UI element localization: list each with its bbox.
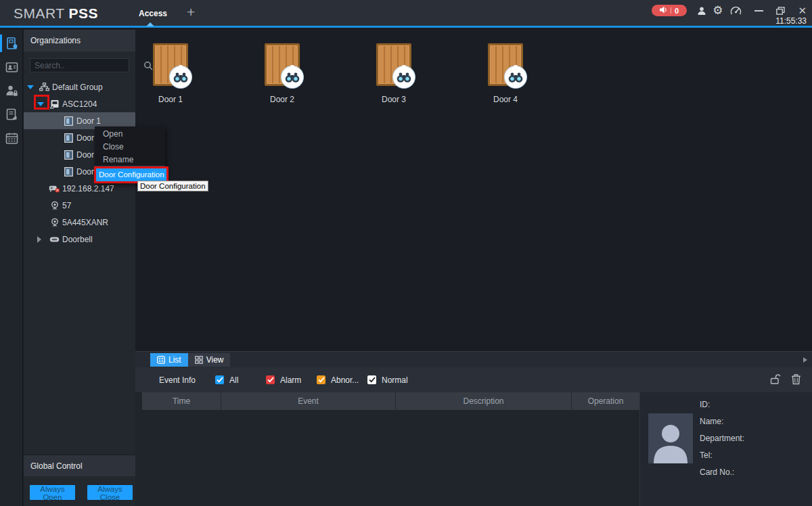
menu-item-door-configuration[interactable]: Door Configuration xyxy=(96,168,166,181)
add-tab-button[interactable]: + xyxy=(187,5,195,19)
alert-badge[interactable]: 0 xyxy=(652,5,687,16)
binoculars-monitor-icon xyxy=(505,66,526,88)
clear-events-trash-icon[interactable] xyxy=(791,373,801,387)
event-table-section: TimeEventDescriptionOperation ID:Name:De… xyxy=(135,392,812,506)
org-icon xyxy=(39,83,50,91)
speaker-icon xyxy=(660,6,667,16)
filter-label: Normal xyxy=(382,375,408,385)
always-open-button[interactable]: Always Open xyxy=(30,485,75,500)
person-field-tel-: Tel: xyxy=(700,447,744,464)
door-icon[interactable] xyxy=(488,43,523,86)
context-menu: OpenCloseRename Door Configuration xyxy=(95,127,165,183)
door-tile-3[interactable]: Door 3 xyxy=(367,43,421,104)
rail-schedule-icon[interactable] xyxy=(0,128,23,148)
tree-item-label: Doorbell xyxy=(62,235,93,244)
webcam-icon xyxy=(49,201,60,210)
search-icon[interactable] xyxy=(143,61,153,70)
column-header-description: Description xyxy=(396,392,572,410)
tab-access[interactable]: Access xyxy=(139,9,167,18)
tree-item-label: 192.168.2.147 xyxy=(62,184,114,193)
door-tile-4[interactable]: Door 4 xyxy=(478,43,533,104)
search-box[interactable] xyxy=(30,58,129,72)
door-icon[interactable] xyxy=(153,43,188,86)
organizations-panel: Organizations Default GroupASC1204Door 1… xyxy=(24,30,135,506)
column-header-operation: Operation xyxy=(572,392,639,410)
global-control-header: Global Control xyxy=(24,455,135,476)
door-icon xyxy=(63,133,74,143)
binoculars-monitor-icon xyxy=(393,66,415,88)
menu-item-close[interactable]: Close xyxy=(95,141,165,154)
person-field-card-no-: Card No.: xyxy=(700,464,744,481)
tab-list[interactable]: List xyxy=(150,353,188,367)
tree-item-doorbell[interactable]: Doorbell xyxy=(24,231,135,248)
module-rail xyxy=(0,30,23,506)
tree-item-label: Door 1 xyxy=(76,116,101,126)
main-area: Door 1Door 2Door 3Door 4 List View Event… xyxy=(135,30,812,506)
user-icon[interactable] xyxy=(697,6,706,16)
webcam-icon xyxy=(49,218,60,227)
checkbox[interactable] xyxy=(266,375,275,384)
tree-item-5a445xanr[interactable]: 5A445XANR xyxy=(24,214,135,231)
checkbox[interactable] xyxy=(215,375,224,384)
app-logo: SMART PSS xyxy=(14,5,98,22)
rail-access-manager-icon[interactable] xyxy=(0,33,23,53)
tab-view[interactable]: View xyxy=(188,353,231,367)
checkbox[interactable] xyxy=(317,375,325,384)
tree-item-label: 57 xyxy=(62,201,71,210)
rail-log-icon[interactable] xyxy=(0,104,23,124)
tree-item-default-group[interactable]: Default Group xyxy=(24,78,135,95)
clock: 11:55:33 xyxy=(775,16,807,26)
settings-gear-icon[interactable]: ⚙ xyxy=(713,3,723,18)
column-header-event: Event xyxy=(221,392,396,410)
logo-pss: PSS xyxy=(69,5,99,21)
minimize-button[interactable] xyxy=(754,10,763,12)
door-configuration-tooltip: Door Configuration xyxy=(137,181,208,191)
filter-abnor-: Abnor... xyxy=(317,375,367,385)
filter-label: Alarm xyxy=(280,375,301,385)
person-info-panel: ID:Name:Department:Tel:Card No.: xyxy=(639,392,812,506)
annotation-red-box-arrow xyxy=(34,95,49,110)
filter-label: All xyxy=(229,375,238,385)
avatar xyxy=(648,413,693,463)
door-icon xyxy=(63,116,74,126)
active-tab-notch xyxy=(146,22,154,26)
tree-item-label: Default Group xyxy=(52,83,103,92)
restore-button[interactable] xyxy=(776,7,785,15)
event-table: TimeEventDescriptionOperation xyxy=(142,392,639,410)
door-tile-label: Door 2 xyxy=(255,95,309,104)
doorbell-icon xyxy=(49,235,60,244)
checkbox[interactable] xyxy=(367,375,376,384)
door-icon xyxy=(63,150,74,160)
menu-item-rename[interactable]: Rename xyxy=(95,154,165,166)
close-button[interactable]: ✕ xyxy=(798,5,807,17)
performance-gauge-icon[interactable] xyxy=(730,6,742,16)
column-header-time: Time xyxy=(142,392,221,410)
filter-normal: Normal xyxy=(367,375,418,385)
collapse-arrow-icon[interactable] xyxy=(37,236,49,243)
search-input[interactable] xyxy=(30,61,143,70)
expand-arrow-icon[interactable] xyxy=(27,85,39,89)
expand-panel-arrow[interactable] xyxy=(803,357,807,363)
person-field-name-: Name: xyxy=(700,413,744,430)
binoculars-monitor-icon xyxy=(170,66,191,88)
door-icon[interactable] xyxy=(265,43,300,86)
menu-item-open[interactable]: Open xyxy=(95,128,165,141)
tree-item-57[interactable]: 57 xyxy=(24,197,135,214)
controller-icon xyxy=(49,99,60,109)
badge-divider xyxy=(671,7,671,14)
rail-user-permission-icon[interactable] xyxy=(0,80,23,101)
filter-alarm: Alarm xyxy=(266,375,317,385)
door-tile-2[interactable]: Door 2 xyxy=(255,43,309,104)
event-filter-bar: Event Info AllAlarmAbnor...Normal xyxy=(135,367,812,392)
door-icon[interactable] xyxy=(376,43,411,86)
door-tile-1[interactable]: Door 1 xyxy=(143,43,198,104)
logo-smart: SMART xyxy=(14,5,64,21)
event-info-label: Event Info xyxy=(159,375,215,385)
binoculars-monitor-icon xyxy=(281,66,303,88)
tree-item-label: 5A445XANR xyxy=(62,218,108,227)
alert-count: 0 xyxy=(675,7,679,15)
title-bar: SMART PSS Access + 0 ⚙ ✕ 11:55:33 xyxy=(0,0,812,28)
always-close-button[interactable]: Always Close xyxy=(87,485,133,500)
unlock-icon[interactable] xyxy=(770,373,782,387)
rail-id-card-icon[interactable] xyxy=(0,57,23,77)
